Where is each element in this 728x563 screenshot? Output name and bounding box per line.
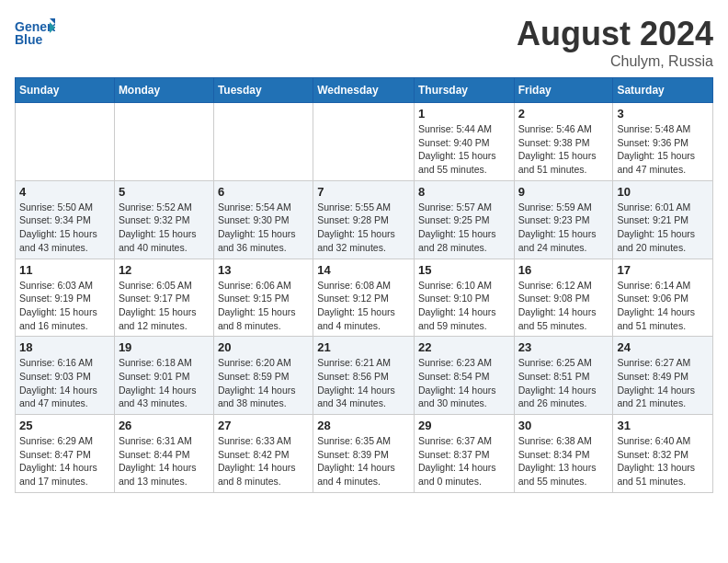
page-header: General Blue August 2024 Chulym, Russia: [15, 15, 713, 70]
calendar-cell-18: 15Sunrise: 6:10 AM Sunset: 9:10 PM Dayli…: [414, 259, 514, 337]
calendar-cell-34: 31Sunrise: 6:40 AM Sunset: 8:32 PM Dayli…: [613, 415, 713, 493]
calendar-cell-30: 27Sunrise: 6:33 AM Sunset: 8:42 PM Dayli…: [213, 415, 313, 493]
day-number: 31: [617, 419, 709, 432]
day-info: Sunrise: 6:23 AM Sunset: 8:54 PM Dayligh…: [418, 356, 510, 410]
day-info: Sunrise: 5:48 AM Sunset: 9:36 PM Dayligh…: [617, 122, 709, 177]
day-number: 29: [418, 419, 510, 432]
calendar-cell-25: 22Sunrise: 6:23 AM Sunset: 8:54 PM Dayli…: [414, 337, 514, 415]
calendar-cell-11: 8Sunrise: 5:57 AM Sunset: 9:25 PM Daylig…: [414, 180, 514, 259]
calendar-cell-1: [114, 103, 213, 181]
day-number: 9: [518, 185, 609, 199]
week-row-2: 4Sunrise: 5:50 AM Sunset: 9:34 PM Daylig…: [16, 180, 713, 259]
day-info: Sunrise: 5:52 AM Sunset: 9:32 PM Dayligh…: [119, 201, 210, 255]
day-number: 18: [19, 340, 110, 354]
day-number: 20: [218, 340, 309, 354]
calendar-cell-10: 7Sunrise: 5:55 AM Sunset: 9:28 PM Daylig…: [313, 180, 415, 259]
calendar-cell-29: 26Sunrise: 6:31 AM Sunset: 8:44 PM Dayli…: [114, 415, 213, 493]
calendar-table: SundayMondayTuesdayWednesdayThursdayFrid…: [15, 77, 713, 493]
day-info: Sunrise: 6:10 AM Sunset: 9:10 PM Dayligh…: [418, 279, 510, 333]
day-info: Sunrise: 6:27 AM Sunset: 8:49 PM Dayligh…: [617, 356, 709, 410]
day-number: 13: [218, 263, 309, 277]
day-number: 22: [418, 340, 510, 354]
day-number: 15: [418, 263, 510, 277]
weekday-header-wednesday: Wednesday: [313, 78, 415, 103]
calendar-cell-15: 12Sunrise: 6:05 AM Sunset: 9:17 PM Dayli…: [114, 259, 213, 337]
day-number: 2: [518, 107, 609, 121]
week-row-1: 1Sunrise: 5:44 AM Sunset: 9:40 PM Daylig…: [16, 103, 713, 181]
calendar-cell-4: 1Sunrise: 5:44 AM Sunset: 9:40 PM Daylig…: [414, 103, 514, 181]
day-info: Sunrise: 6:25 AM Sunset: 8:51 PM Dayligh…: [518, 356, 609, 410]
day-number: 26: [119, 419, 210, 432]
day-info: Sunrise: 6:05 AM Sunset: 9:17 PM Dayligh…: [119, 279, 210, 333]
weekday-header-saturday: Saturday: [613, 78, 713, 103]
calendar-cell-26: 23Sunrise: 6:25 AM Sunset: 8:51 PM Dayli…: [514, 337, 613, 415]
day-number: 4: [19, 185, 110, 199]
day-number: 21: [317, 340, 410, 354]
day-number: 28: [317, 419, 410, 432]
day-number: 23: [518, 340, 609, 354]
day-info: Sunrise: 6:40 AM Sunset: 8:32 PM Dayligh…: [617, 434, 709, 488]
day-info: Sunrise: 5:50 AM Sunset: 9:34 PM Dayligh…: [19, 201, 110, 255]
calendar-cell-17: 14Sunrise: 6:08 AM Sunset: 9:12 PM Dayli…: [313, 259, 415, 337]
day-info: Sunrise: 5:44 AM Sunset: 9:40 PM Dayligh…: [418, 122, 510, 177]
day-number: 25: [19, 419, 110, 432]
day-info: Sunrise: 6:12 AM Sunset: 9:08 PM Dayligh…: [518, 279, 609, 333]
svg-text:Blue: Blue: [15, 32, 43, 47]
day-number: 14: [317, 263, 410, 277]
day-info: Sunrise: 6:06 AM Sunset: 9:15 PM Dayligh…: [218, 279, 309, 333]
day-info: Sunrise: 6:03 AM Sunset: 9:19 PM Dayligh…: [19, 279, 110, 333]
day-number: 17: [617, 263, 709, 277]
day-info: Sunrise: 6:31 AM Sunset: 8:44 PM Dayligh…: [119, 434, 210, 488]
calendar-cell-21: 18Sunrise: 6:16 AM Sunset: 9:03 PM Dayli…: [16, 337, 115, 415]
calendar-body: 1Sunrise: 5:44 AM Sunset: 9:40 PM Daylig…: [16, 103, 713, 493]
calendar-cell-16: 13Sunrise: 6:06 AM Sunset: 9:15 PM Dayli…: [213, 259, 313, 337]
calendar-cell-12: 9Sunrise: 5:59 AM Sunset: 9:23 PM Daylig…: [514, 180, 613, 259]
calendar-cell-33: 30Sunrise: 6:38 AM Sunset: 8:34 PM Dayli…: [514, 415, 613, 493]
calendar-cell-3: [313, 103, 415, 181]
weekday-header-tuesday: Tuesday: [213, 78, 313, 103]
day-number: 19: [119, 340, 210, 354]
calendar-cell-5: 2Sunrise: 5:46 AM Sunset: 9:38 PM Daylig…: [514, 103, 613, 181]
day-info: Sunrise: 5:55 AM Sunset: 9:28 PM Dayligh…: [317, 201, 410, 255]
day-number: 30: [518, 419, 609, 432]
day-info: Sunrise: 6:18 AM Sunset: 9:01 PM Dayligh…: [119, 356, 210, 410]
calendar-cell-14: 11Sunrise: 6:03 AM Sunset: 9:19 PM Dayli…: [16, 259, 115, 337]
calendar-cell-7: 4Sunrise: 5:50 AM Sunset: 9:34 PM Daylig…: [16, 180, 115, 259]
day-number: 3: [617, 107, 709, 121]
logo: General Blue: [15, 15, 55, 48]
day-info: Sunrise: 6:21 AM Sunset: 8:56 PM Dayligh…: [317, 356, 410, 410]
day-number: 6: [218, 185, 309, 199]
day-info: Sunrise: 6:33 AM Sunset: 8:42 PM Dayligh…: [218, 434, 309, 488]
day-info: Sunrise: 5:46 AM Sunset: 9:38 PM Dayligh…: [518, 122, 609, 177]
day-info: Sunrise: 5:57 AM Sunset: 9:25 PM Dayligh…: [418, 201, 510, 255]
weekday-header-monday: Monday: [114, 78, 213, 103]
weekday-header-sunday: Sunday: [16, 78, 115, 103]
weekday-header-thursday: Thursday: [414, 78, 514, 103]
day-number: 27: [218, 419, 309, 432]
month-year-title: August 2024: [517, 15, 713, 53]
day-number: 11: [19, 263, 110, 277]
calendar-cell-2: [213, 103, 313, 181]
day-info: Sunrise: 6:01 AM Sunset: 9:21 PM Dayligh…: [617, 201, 709, 255]
day-number: 1: [418, 107, 510, 121]
calendar-cell-31: 28Sunrise: 6:35 AM Sunset: 8:39 PM Dayli…: [313, 415, 415, 493]
week-row-4: 18Sunrise: 6:16 AM Sunset: 9:03 PM Dayli…: [16, 337, 713, 415]
day-info: Sunrise: 6:38 AM Sunset: 8:34 PM Dayligh…: [518, 434, 609, 488]
weekday-header-friday: Friday: [514, 78, 613, 103]
location-title: Chulym, Russia: [517, 53, 713, 70]
day-number: 5: [119, 185, 210, 199]
day-info: Sunrise: 6:14 AM Sunset: 9:06 PM Dayligh…: [617, 279, 709, 333]
calendar-cell-24: 21Sunrise: 6:21 AM Sunset: 8:56 PM Dayli…: [313, 337, 415, 415]
day-number: 16: [518, 263, 609, 277]
calendar-cell-23: 20Sunrise: 6:20 AM Sunset: 8:59 PM Dayli…: [213, 337, 313, 415]
day-info: Sunrise: 6:29 AM Sunset: 8:47 PM Dayligh…: [19, 434, 110, 488]
day-info: Sunrise: 6:37 AM Sunset: 8:37 PM Dayligh…: [418, 434, 510, 488]
title-block: August 2024 Chulym, Russia: [517, 15, 713, 70]
day-info: Sunrise: 5:59 AM Sunset: 9:23 PM Dayligh…: [518, 201, 609, 255]
logo-icon: General Blue: [15, 15, 55, 48]
calendar-cell-0: [16, 103, 115, 181]
day-info: Sunrise: 6:16 AM Sunset: 9:03 PM Dayligh…: [19, 356, 110, 410]
calendar-cell-19: 16Sunrise: 6:12 AM Sunset: 9:08 PM Dayli…: [514, 259, 613, 337]
day-number: 7: [317, 185, 410, 199]
day-number: 24: [617, 340, 709, 354]
